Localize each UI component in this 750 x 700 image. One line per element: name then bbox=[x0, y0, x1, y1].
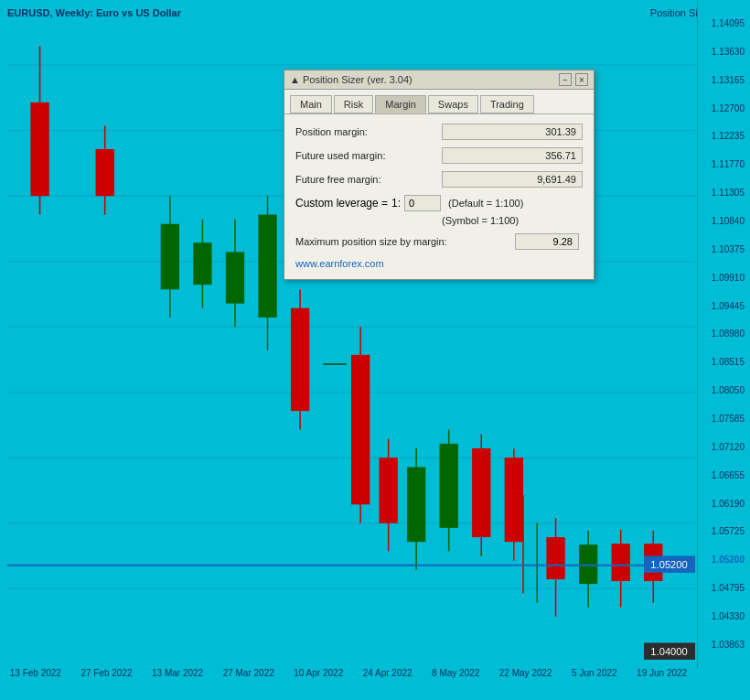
custom-leverage-label: Custom leverage = bbox=[295, 197, 388, 210]
position-margin-label: Position margin: bbox=[295, 126, 442, 137]
max-position-row: Maximum position size by margin: 9.28 bbox=[295, 233, 583, 250]
price-label: 1.06655 bbox=[700, 470, 748, 480]
price-label: 1.14095 bbox=[700, 18, 748, 28]
svg-rect-16 bbox=[193, 242, 211, 285]
date-label: 27 Feb 2022 bbox=[80, 668, 132, 678]
position-margin-value: 301.39 bbox=[442, 124, 583, 140]
price-label: 1.04795 bbox=[700, 583, 748, 593]
dialog-controls: − × bbox=[559, 73, 588, 86]
close-button[interactable]: × bbox=[575, 73, 588, 86]
date-label: 27 Mar 2022 bbox=[223, 668, 274, 678]
position-sizer-dialog: ▲ Position Sizer (ver. 3.04) − × Main Ri… bbox=[284, 70, 595, 280]
price-label: 1.08050 bbox=[700, 385, 748, 395]
tab-trading[interactable]: Trading bbox=[480, 95, 534, 113]
position-margin-row: Position margin: 301.39 bbox=[295, 124, 583, 140]
price-label: 1.08515 bbox=[700, 357, 748, 367]
price-label: 1.06190 bbox=[700, 499, 748, 509]
max-position-value: 9.28 bbox=[515, 233, 579, 250]
dialog-content: Position margin: 301.39 Future used marg… bbox=[284, 114, 594, 279]
custom-leverage-symbol: (Symbol = 1:100) bbox=[442, 215, 519, 226]
svg-text:1.05200: 1.05200 bbox=[650, 559, 687, 570]
tab-risk[interactable]: Risk bbox=[334, 95, 373, 113]
future-used-margin-row: Future used margin: 356.71 bbox=[295, 147, 583, 164]
date-label: 22 May 2022 bbox=[499, 668, 552, 678]
date-label: 5 Jun 2022 bbox=[572, 668, 617, 678]
svg-text:1.04000: 1.04000 bbox=[650, 646, 687, 657]
svg-rect-29 bbox=[407, 467, 425, 542]
date-label: 24 Apr 2022 bbox=[363, 668, 412, 678]
date-label: 13 Mar 2022 bbox=[152, 668, 203, 678]
price-label: 1.05725 bbox=[700, 526, 748, 536]
price-label: 1.13165 bbox=[700, 75, 748, 85]
future-used-margin-label: Future used margin: bbox=[295, 150, 442, 161]
svg-rect-18 bbox=[226, 252, 244, 303]
custom-leverage-row: Custom leverage = 1: (Default = 1:100) (… bbox=[295, 195, 583, 226]
max-position-label: Maximum position size by margin: bbox=[295, 236, 515, 247]
price-label: 1.12235 bbox=[700, 131, 748, 141]
price-label: 1.11305 bbox=[700, 188, 748, 198]
date-axis: 13 Feb 2022 27 Feb 2022 13 Mar 2022 27 M… bbox=[0, 663, 697, 682]
price-label: 1.11770 bbox=[700, 159, 748, 169]
tab-margin[interactable]: Margin bbox=[375, 95, 426, 113]
tab-main[interactable]: Main bbox=[290, 95, 332, 113]
price-label: 1.10375 bbox=[700, 244, 748, 254]
custom-leverage-default: (Default = 1:100) bbox=[448, 198, 523, 209]
svg-rect-10 bbox=[30, 102, 48, 196]
svg-rect-33 bbox=[472, 448, 490, 537]
svg-rect-35 bbox=[505, 458, 523, 542]
future-used-margin-value: 356.71 bbox=[442, 147, 583, 164]
dialog-title: ▲ Position Sizer (ver. 3.04) bbox=[290, 74, 412, 85]
price-label: 1.13630 bbox=[700, 47, 748, 57]
tab-swaps[interactable]: Swaps bbox=[428, 95, 478, 113]
minimize-button[interactable]: − bbox=[559, 73, 572, 86]
price-label: 1.10840 bbox=[700, 216, 748, 226]
price-label: 1.07585 bbox=[700, 414, 748, 424]
price-label: 1.07120 bbox=[700, 442, 748, 452]
date-label: 10 Apr 2022 bbox=[294, 668, 343, 678]
custom-leverage-ratio: 1: bbox=[391, 197, 401, 210]
earnforex-link[interactable]: www.earnforex.com bbox=[295, 258, 384, 269]
svg-rect-22 bbox=[291, 308, 309, 411]
tab-bar: Main Risk Margin Swaps Trading bbox=[284, 90, 594, 114]
svg-rect-12 bbox=[96, 149, 114, 196]
chart-title: EURUSD, Weekly: Euro vs US Dollar bbox=[7, 7, 181, 18]
svg-rect-39 bbox=[546, 537, 564, 579]
future-free-margin-row: Future free margin: 9,691.49 bbox=[295, 171, 583, 188]
price-label: 1.09445 bbox=[700, 301, 748, 311]
svg-rect-14 bbox=[161, 224, 179, 290]
price-label: 1.08980 bbox=[700, 328, 748, 339]
svg-rect-20 bbox=[258, 215, 276, 318]
dialog-titlebar: ▲ Position Sizer (ver. 3.04) − × bbox=[284, 70, 594, 90]
future-free-margin-value: 9,691.49 bbox=[442, 171, 583, 188]
date-label: 13 Feb 2022 bbox=[10, 668, 61, 678]
price-axis: 1.14095 1.13630 1.13165 1.12700 1.12235 … bbox=[697, 0, 750, 668]
price-label: 1.03863 bbox=[700, 640, 748, 650]
price-label: 1.04330 bbox=[700, 611, 748, 621]
future-free-margin-label: Future free margin: bbox=[295, 174, 442, 185]
leverage-inline: Custom leverage = 1: (Default = 1:100) bbox=[295, 195, 523, 211]
earnforex-link-row: www.earnforex.com bbox=[295, 257, 583, 270]
custom-leverage-input[interactable] bbox=[404, 195, 441, 211]
date-label: 8 May 2022 bbox=[432, 668, 479, 678]
price-label: 1.12700 bbox=[700, 103, 748, 113]
svg-rect-27 bbox=[379, 458, 397, 523]
svg-rect-25 bbox=[351, 355, 370, 504]
price-label: 1.05200 bbox=[700, 555, 748, 565]
svg-rect-31 bbox=[440, 444, 458, 528]
date-label: 19 Jun 2022 bbox=[637, 668, 687, 678]
price-label: 1.09910 bbox=[700, 273, 748, 283]
svg-rect-43 bbox=[612, 544, 630, 581]
